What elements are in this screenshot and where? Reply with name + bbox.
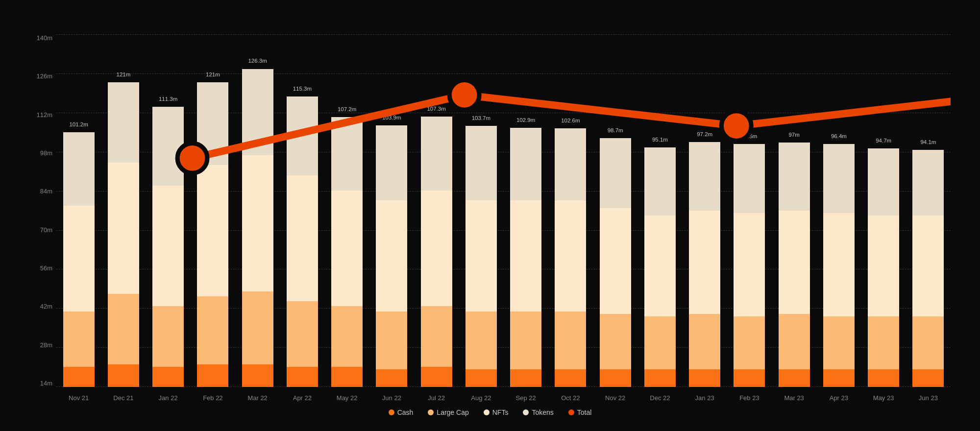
x-axis-label: Mar 23 [772, 394, 816, 402]
legend-item: Total [568, 408, 592, 416]
x-axis-label: Nov 22 [593, 394, 637, 402]
bar-segment [912, 369, 944, 387]
bar-segment [108, 163, 139, 293]
x-axis-label: Apr 23 [816, 394, 861, 402]
bar-segment [421, 191, 452, 307]
y-axis-label: 56m [29, 264, 56, 272]
bar-segment [466, 369, 497, 387]
chart-area: 14m28m42m56m70m84m98m112m126m140m 101.2m… [29, 34, 951, 416]
bar-segment [421, 306, 452, 366]
bar-stack: 94.7m [868, 148, 899, 387]
bar-group: 121m [101, 34, 146, 387]
bar-segment [823, 213, 855, 316]
bar-value-label: 102.9m [516, 117, 535, 123]
y-axis-label: 84m [29, 188, 56, 195]
legend-item: Tokens [523, 408, 553, 416]
y-axis-label: 140m [29, 34, 56, 42]
bar-segment [376, 125, 407, 201]
bar-segment [421, 117, 452, 191]
bar-segment [466, 200, 497, 311]
bar-value-label: 115.3m [293, 86, 312, 92]
bar-segment [823, 144, 855, 213]
bar-stack: 121m [197, 82, 228, 387]
bar-segment [600, 138, 631, 208]
bar-segment [197, 165, 228, 296]
bar-segment [197, 82, 228, 166]
bar-segment [868, 216, 899, 316]
bar-segment [779, 369, 810, 387]
bar-segment [555, 311, 586, 369]
bar-value-label: 94.1m [920, 139, 936, 145]
x-axis-label: Dec 22 [637, 394, 682, 402]
bar-group: 94.7m [861, 34, 906, 387]
bar-segment [376, 200, 407, 311]
x-axis-label: May 23 [861, 394, 906, 402]
bar-segment [779, 314, 810, 369]
bar-value-label: 95.1m [652, 137, 668, 143]
bar-segment [108, 82, 139, 163]
bar-segment [555, 200, 586, 311]
x-axis-label: Sep 22 [504, 394, 548, 402]
x-axis-label: Jan 23 [683, 394, 727, 402]
bar-segment [287, 367, 318, 387]
x-axis-label: Feb 22 [191, 394, 235, 402]
bar-group: 107.2m [325, 34, 369, 387]
bar-stack: 96.4m [823, 144, 855, 387]
bar-group: 95.1m [637, 34, 682, 387]
bar-segment [63, 367, 95, 387]
bar-stack: 102.9m [510, 128, 541, 387]
x-axis-label: Aug 22 [459, 394, 503, 402]
x-axis-label: Jun 23 [906, 394, 951, 402]
bar-segment [331, 367, 363, 387]
bar-segment [331, 306, 363, 366]
bar-segment [331, 117, 363, 191]
x-axis-label: Nov 21 [56, 394, 101, 402]
bar-group: 126.3m [235, 34, 280, 387]
bar-segment [779, 211, 810, 314]
bar-stack: 102.6m [555, 128, 586, 387]
bar-segment [466, 311, 497, 369]
y-axis: 14m28m42m56m70m84m98m112m126m140m [29, 34, 56, 402]
bar-group: 97m [772, 34, 816, 387]
bar-stack: 103.7m [466, 126, 497, 387]
bar-value-label: 107.3m [427, 106, 445, 112]
x-axis-label: Jan 22 [146, 394, 191, 402]
bar-segment [823, 369, 855, 387]
bar-stack: 97.2m [689, 142, 720, 387]
bar-segment [287, 175, 318, 301]
bar-segment [331, 191, 363, 307]
bar-segment [287, 301, 318, 367]
legend-dot [484, 409, 490, 415]
bar-segment [197, 296, 228, 364]
bar-value-label: 121m [116, 72, 130, 77]
bar-value-label: 103.7m [472, 115, 490, 121]
bar-segment [734, 144, 765, 213]
x-axis-label: Mar 22 [235, 394, 280, 402]
bar-value-label: 98.7m [608, 127, 623, 133]
bar-stack: 94.1m [912, 150, 944, 387]
bar-stack: 96.5m [734, 144, 765, 387]
bar-segment [868, 148, 899, 216]
bar-group: 103.7m [459, 34, 503, 387]
y-axis-label: 70m [29, 226, 56, 234]
legend-label: NFTs [492, 408, 509, 416]
bar-stack: 98.7m [600, 138, 631, 387]
bar-segment [600, 369, 631, 387]
bar-group: 94.1m [906, 34, 951, 387]
y-axis-label: 14m [29, 380, 56, 387]
bar-value-label: 96.4m [831, 133, 847, 139]
bar-segment [510, 200, 541, 311]
bar-value-label: 103.9m [382, 115, 401, 120]
x-axis-label: Oct 22 [548, 394, 593, 402]
bar-segment [152, 306, 184, 366]
y-axis-label: 28m [29, 341, 56, 349]
bar-segment [510, 311, 541, 369]
bar-value-label: 94.7m [876, 138, 891, 144]
bar-value-label: 102.6m [561, 118, 580, 123]
legend-item: NFTs [484, 408, 509, 416]
bar-group: 102.6m [548, 34, 593, 387]
bar-stack: 101.2m [63, 132, 95, 387]
bar-segment [376, 369, 407, 387]
bar-segment [108, 364, 139, 387]
legend-dot [523, 409, 529, 415]
